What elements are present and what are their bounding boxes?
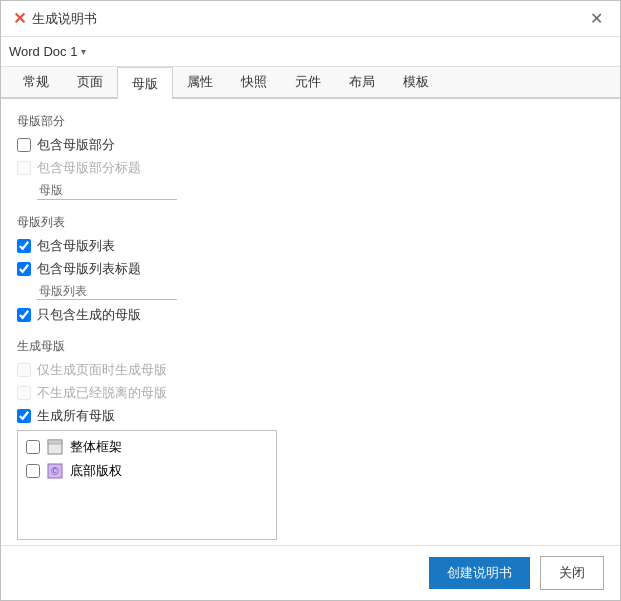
not-detached-label[interactable]: 不生成已经脱离的母版 <box>37 384 167 402</box>
only-generated-label[interactable]: 只包含生成的母版 <box>37 306 141 324</box>
master-section-label: 母版部分 <box>17 113 604 130</box>
include-master-list-title-label[interactable]: 包含母版列表标题 <box>37 260 141 278</box>
only-on-page-row: 仅生成页面时生成母版 <box>17 361 604 379</box>
frame-icon <box>46 438 64 456</box>
master-list-section: 母版列表 包含母版列表 包含母版列表标题 只包含生成的母版 <box>17 214 604 325</box>
master-list-input[interactable] <box>37 283 177 300</box>
list-item-0-checkbox[interactable] <box>26 440 40 454</box>
doc-bar: Word Doc 1 ▾ <box>1 37 620 67</box>
create-button[interactable]: 创建说明书 <box>429 557 530 589</box>
tab-layout[interactable]: 布局 <box>335 67 389 97</box>
include-master-list-title-row: 包含母版列表标题 <box>17 260 604 278</box>
title-bar: ✕ 生成说明书 ✕ <box>1 1 620 37</box>
dialog: ✕ 生成说明书 ✕ Word Doc 1 ▾ 常规 页面 母版 属性 快照 元件… <box>0 0 621 601</box>
include-master-list-label[interactable]: 包含母版列表 <box>37 237 115 255</box>
tab-page[interactable]: 页面 <box>63 67 117 97</box>
include-master-title-row: 包含母版部分标题 <box>17 159 604 177</box>
master-list-box: 整体框架 © 底部版权 <box>17 430 277 540</box>
include-master-list-checkbox[interactable] <box>17 239 31 253</box>
list-item-1-checkbox[interactable] <box>26 464 40 478</box>
copyright-icon: © <box>46 462 64 480</box>
not-detached-row: 不生成已经脱离的母版 <box>17 384 604 402</box>
only-generated-checkbox[interactable] <box>17 308 31 322</box>
list-item-0-label[interactable]: 整体框架 <box>70 438 122 456</box>
master-list-section-label: 母版列表 <box>17 214 604 231</box>
doc-dropdown-icon: ▾ <box>81 46 86 57</box>
tab-general[interactable]: 常规 <box>9 67 63 97</box>
tabs-bar: 常规 页面 母版 属性 快照 元件 布局 模板 <box>1 67 620 99</box>
include-master-checkbox[interactable] <box>17 138 31 152</box>
footer: 创建说明书 关闭 <box>1 545 620 600</box>
include-master-title-checkbox[interactable] <box>17 161 31 175</box>
master-section: 母版部分 包含母版部分 包含母版部分标题 <box>17 113 604 200</box>
list-item: © 底部版权 <box>22 459 272 483</box>
generate-master-section: 生成母版 仅生成页面时生成母版 不生成已经脱离的母版 生成所有母版 <box>17 338 604 540</box>
only-on-page-label[interactable]: 仅生成页面时生成母版 <box>37 361 167 379</box>
include-master-title-label[interactable]: 包含母版部分标题 <box>37 159 141 177</box>
include-master-label[interactable]: 包含母版部分 <box>37 136 115 154</box>
master-input-row <box>37 182 604 200</box>
svg-text:©: © <box>51 466 59 477</box>
svg-rect-1 <box>48 440 62 444</box>
list-item-1-label[interactable]: 底部版权 <box>70 462 122 480</box>
only-generated-row: 只包含生成的母版 <box>17 306 604 324</box>
include-master-list-row: 包含母版列表 <box>17 237 604 255</box>
only-on-page-checkbox[interactable] <box>17 363 31 377</box>
tab-snapshot[interactable]: 快照 <box>227 67 281 97</box>
app-icon: ✕ <box>13 9 26 28</box>
tab-master[interactable]: 母版 <box>117 67 173 99</box>
content-area: 母版部分 包含母版部分 包含母版部分标题 母版列表 包含母版列表 包含母版列 <box>1 99 620 545</box>
master-input[interactable] <box>37 183 177 200</box>
include-master-row: 包含母版部分 <box>17 136 604 154</box>
doc-name-text: Word Doc 1 <box>9 44 77 59</box>
tab-component[interactable]: 元件 <box>281 67 335 97</box>
dialog-title: 生成说明书 <box>32 10 97 28</box>
generate-all-checkbox[interactable] <box>17 409 31 423</box>
tab-property[interactable]: 属性 <box>173 67 227 97</box>
include-master-list-title-checkbox[interactable] <box>17 262 31 276</box>
doc-name[interactable]: Word Doc 1 ▾ <box>9 44 86 59</box>
close-dialog-button[interactable]: 关闭 <box>540 556 604 590</box>
generate-master-label: 生成母版 <box>17 338 604 355</box>
close-button[interactable]: ✕ <box>584 7 608 31</box>
tab-template[interactable]: 模板 <box>389 67 443 97</box>
master-list-input-row <box>37 283 604 301</box>
generate-all-row: 生成所有母版 <box>17 407 604 425</box>
title-bar-left: ✕ 生成说明书 <box>13 9 97 28</box>
list-item: 整体框架 <box>22 435 272 459</box>
generate-all-label[interactable]: 生成所有母版 <box>37 407 115 425</box>
not-detached-checkbox[interactable] <box>17 386 31 400</box>
